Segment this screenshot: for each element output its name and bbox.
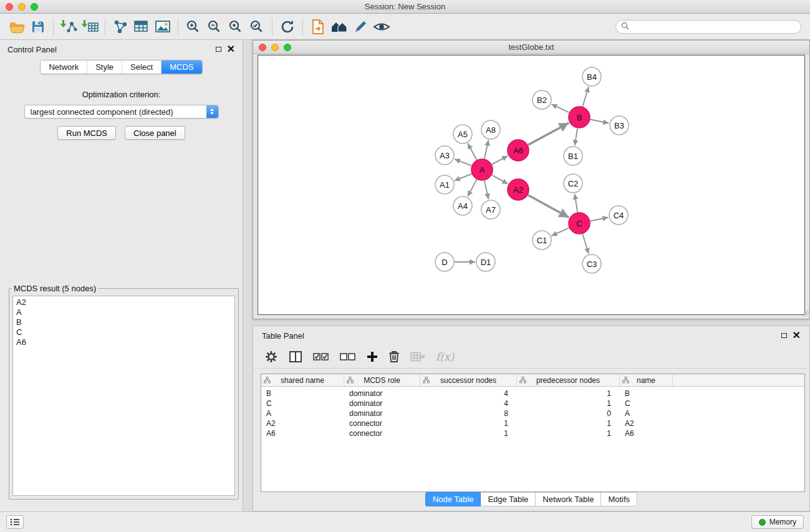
node-B3[interactable]: B3 — [610, 116, 629, 135]
tab-network[interactable]: Network — [41, 60, 87, 74]
window-zoom-button[interactable] — [31, 3, 38, 11]
search-input[interactable] — [632, 22, 796, 31]
mcds-result-item[interactable]: A2 — [13, 297, 234, 307]
tab-mcds[interactable]: MCDS — [161, 60, 201, 74]
save-icon[interactable] — [27, 17, 49, 37]
column-header-predecessor-nodes[interactable]: predecessor nodes — [517, 374, 620, 386]
mcds-result-item[interactable]: C — [13, 327, 234, 337]
network-minimize-button[interactable] — [271, 44, 279, 51]
table-row[interactable]: Bdominator41B — [261, 389, 804, 399]
close-panel-button[interactable]: Close panel — [125, 126, 185, 140]
node-A[interactable]: A — [471, 159, 493, 180]
mcds-result-item[interactable]: A — [13, 307, 234, 317]
node-A5[interactable]: A5 — [453, 125, 472, 143]
edge-A-A7[interactable] — [485, 181, 489, 200]
table-row[interactable]: A6connector11A6 — [261, 428, 804, 438]
node-C2[interactable]: C2 — [564, 174, 582, 193]
float-panel-icon[interactable] — [216, 47, 221, 52]
eye-icon[interactable] — [371, 17, 392, 37]
tab-edge-table[interactable]: Edge Table — [481, 492, 536, 506]
float-table-panel-icon[interactable] — [781, 333, 787, 338]
tab-style[interactable]: Style — [87, 60, 122, 74]
table-row[interactable]: A2connector11A2 — [261, 418, 804, 428]
resize-grip-icon[interactable] — [801, 309, 809, 319]
delete-table-icon[interactable] — [410, 351, 425, 362]
node-B[interactable]: B — [569, 107, 590, 128]
node-C[interactable]: C — [569, 213, 590, 234]
close-panel-icon[interactable]: ✕ — [227, 46, 235, 53]
zoom-out-icon[interactable] — [204, 17, 225, 37]
gear-icon[interactable] — [264, 350, 278, 364]
refresh-icon[interactable] — [277, 17, 298, 37]
new-network-icon[interactable] — [110, 17, 131, 37]
zoom-selected-icon[interactable] — [246, 17, 268, 37]
node-A6[interactable]: A6 — [508, 140, 529, 161]
edge-A-A2[interactable] — [492, 175, 508, 184]
edge-A2-C[interactable] — [528, 195, 569, 218]
node-A1[interactable]: A1 — [435, 175, 454, 194]
zoom-in-icon[interactable] — [183, 17, 204, 37]
edge-A-A3[interactable] — [455, 159, 471, 166]
edge-B-B2[interactable] — [551, 104, 569, 112]
optimization-dropdown[interactable]: largest connected component (directed) — [24, 105, 219, 118]
task-history-button[interactable] — [6, 515, 24, 529]
open-folder-icon[interactable] — [6, 17, 27, 37]
export-image-icon[interactable] — [152, 17, 173, 37]
tab-select[interactable]: Select — [122, 60, 161, 74]
column-header-MCDS-role[interactable]: MCDS role — [344, 374, 420, 386]
first-neighbors-icon[interactable] — [329, 17, 350, 37]
node-D[interactable]: D — [435, 253, 454, 271]
node-C4[interactable]: C4 — [609, 206, 628, 225]
column-header-name[interactable]: name — [620, 374, 673, 386]
new-table-icon[interactable] — [131, 17, 152, 37]
window-minimize-button[interactable] — [18, 3, 26, 11]
style-brush-icon[interactable] — [350, 17, 371, 37]
mcds-result-item[interactable]: B — [13, 317, 234, 327]
node-A2[interactable]: A2 — [508, 179, 529, 200]
edge-B-B1[interactable] — [575, 128, 577, 145]
column-header-successor-nodes[interactable]: successor nodes — [420, 374, 517, 386]
open-document-icon[interactable] — [307, 17, 329, 37]
network-zoom-button[interactable] — [284, 44, 291, 51]
deselect-all-icon[interactable] — [340, 352, 356, 362]
node-C1[interactable]: C1 — [533, 231, 551, 249]
node-B1[interactable]: B1 — [564, 147, 582, 165]
table-row[interactable]: Cdominator41C — [261, 399, 804, 409]
zoom-fit-icon[interactable] — [225, 17, 246, 37]
network-close-button[interactable] — [259, 44, 266, 51]
node-A7[interactable]: A7 — [481, 200, 500, 219]
node-B2[interactable]: B2 — [533, 90, 551, 109]
node-C3[interactable]: C3 — [582, 254, 601, 273]
edge-C-C3[interactable] — [582, 234, 589, 254]
run-mcds-button[interactable]: Run MCDS — [57, 126, 116, 140]
tab-network-table[interactable]: Network Table — [536, 492, 601, 506]
network-canvas[interactable]: B4B2BB3A5A8A6A3AB1A1A2C2A4A7C4CC1DD1C3 — [258, 55, 805, 315]
edge-A-A6[interactable] — [492, 156, 508, 165]
close-table-panel-icon[interactable]: ✕ — [793, 332, 801, 339]
tab-node-table[interactable]: Node Table — [425, 492, 481, 506]
delete-column-icon[interactable] — [388, 350, 400, 363]
node-B4[interactable]: B4 — [582, 67, 601, 86]
mcds-result-item[interactable]: A6 — [13, 337, 234, 347]
edge-A-A5[interactable] — [468, 143, 476, 160]
import-network-icon[interactable] — [58, 17, 79, 37]
window-close-button[interactable] — [6, 3, 13, 11]
edge-A-A8[interactable] — [485, 140, 489, 159]
select-all-icon[interactable] — [313, 352, 329, 362]
add-column-icon[interactable] — [367, 351, 378, 362]
node-A4[interactable]: A4 — [453, 196, 472, 215]
function-builder-icon[interactable]: f(x) — [436, 351, 454, 363]
node-A3[interactable]: A3 — [435, 146, 454, 165]
edge-A-A1[interactable] — [455, 174, 472, 181]
node-D1[interactable]: D1 — [476, 253, 495, 271]
edge-C-C2[interactable] — [575, 194, 578, 212]
import-table-icon[interactable] — [79, 17, 100, 37]
edge-B-B3[interactable] — [591, 120, 609, 123]
mcds-result-list[interactable]: A2ABCA6 — [12, 296, 235, 496]
memory-button[interactable]: Memory — [751, 515, 804, 529]
edge-C-C4[interactable] — [591, 217, 609, 221]
edge-A6-B[interactable] — [528, 123, 569, 145]
table-row[interactable]: Adominator80A — [261, 409, 804, 418]
show-columns-icon[interactable] — [289, 351, 302, 363]
tab-motifs[interactable]: Motifs — [601, 492, 637, 506]
